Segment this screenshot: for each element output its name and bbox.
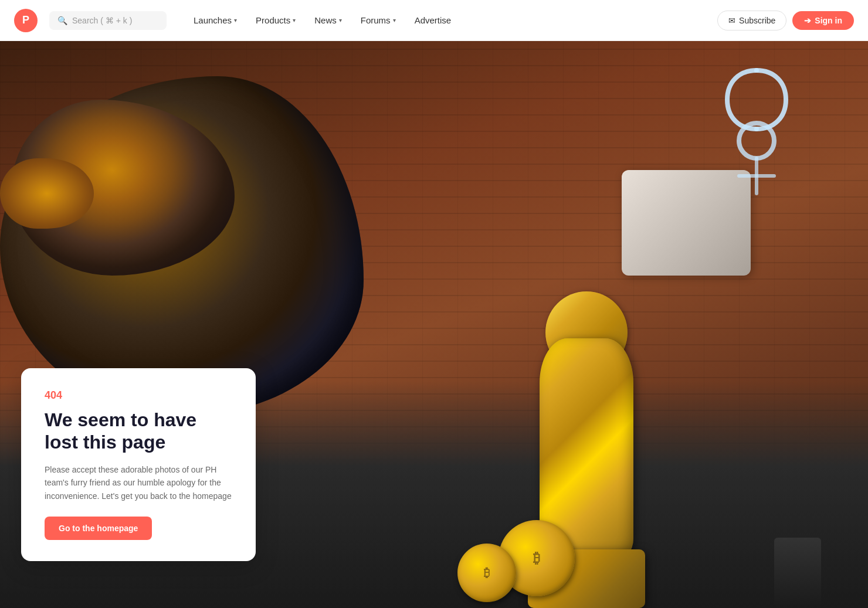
neon-svg xyxy=(692,59,821,235)
chevron-down-icon: ▾ xyxy=(339,17,342,23)
logo[interactable]: P xyxy=(14,9,38,32)
error-code: 404 xyxy=(45,389,232,402)
bitcoin-symbol-2: ₿ xyxy=(484,566,490,580)
nav-item-advertise[interactable]: Advertise xyxy=(406,11,460,30)
neon-lamp-base xyxy=(774,538,821,608)
chevron-down-icon: ▾ xyxy=(393,17,396,23)
nav-news-label: News xyxy=(314,15,337,25)
go-to-homepage-button[interactable]: Go to the homepage xyxy=(45,517,152,540)
nav-forums-label: Forums xyxy=(361,15,391,25)
nav-advertise-label: Advertise xyxy=(415,15,452,25)
signin-button[interactable]: ➔ Sign in xyxy=(792,11,854,30)
signin-label: Sign in xyxy=(815,16,842,25)
nav-products-label: Products xyxy=(256,15,290,25)
nav-launches-label: Launches xyxy=(194,15,232,25)
bitcoin-symbol-1: ₿ xyxy=(533,550,540,566)
nav-item-forums[interactable]: Forums ▾ xyxy=(352,11,404,30)
nav-item-launches[interactable]: Launches ▾ xyxy=(185,11,245,30)
nav-item-products[interactable]: Products ▾ xyxy=(247,11,304,30)
subscribe-icon: ✉ xyxy=(728,16,735,25)
signin-icon: ➔ xyxy=(804,16,811,25)
search-icon: 🔍 xyxy=(57,16,67,25)
nav-right: ✉ Subscribe ➔ Sign in xyxy=(717,11,854,30)
neon-sculpture xyxy=(692,59,821,235)
dog-snout xyxy=(0,158,94,229)
error-title: We seem to have lost this page xyxy=(45,409,232,454)
chevron-down-icon: ▾ xyxy=(234,17,237,23)
navbar: P 🔍 Search ( ⌘ + k ) Launches ▾ Products… xyxy=(0,0,868,41)
search-placeholder: Search ( ⌘ + k ) xyxy=(72,16,132,25)
subscribe-label: Subscribe xyxy=(739,16,775,25)
error-card: 404 We seem to have lost this page Pleas… xyxy=(21,368,256,561)
bitcoin-coin-2: ₿ xyxy=(457,544,516,602)
nav-menu: Launches ▾ Products ▾ News ▾ Forums ▾ Ad… xyxy=(185,11,713,30)
logo-letter: P xyxy=(22,14,29,26)
chevron-down-icon: ▾ xyxy=(293,17,296,23)
search-box[interactable]: 🔍 Search ( ⌘ + k ) xyxy=(49,11,167,30)
hero-section: ₿ ₿ 404 We seem to have lost this page xyxy=(0,41,868,608)
nav-item-news[interactable]: News ▾ xyxy=(306,11,350,30)
error-description: Please accept these adorable photos of o… xyxy=(45,463,232,502)
subscribe-button[interactable]: ✉ Subscribe xyxy=(717,11,786,30)
